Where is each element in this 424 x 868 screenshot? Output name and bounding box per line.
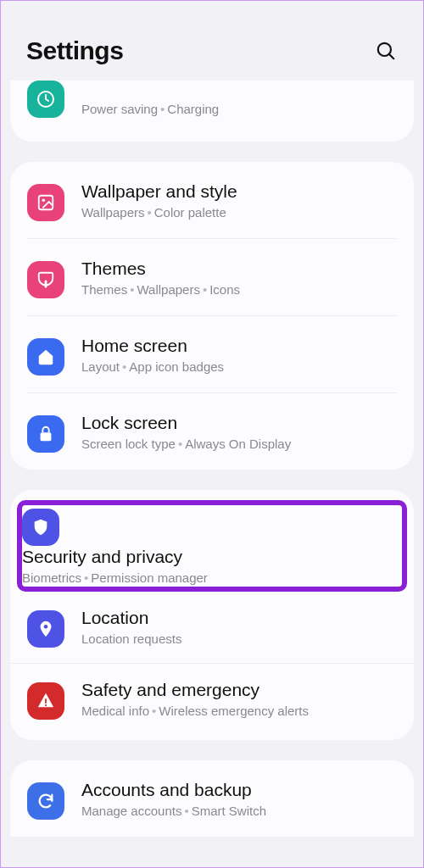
item-title: Themes	[81, 258, 397, 279]
item-title: Home screen	[81, 335, 397, 356]
settings-group-2: Security and privacy Biometrics•Permissi…	[10, 490, 414, 740]
svg-line-1	[389, 54, 393, 58]
settings-item-battery[interactable]: Power saving•Charging	[27, 81, 397, 126]
item-title: Lock screen	[81, 412, 397, 433]
pin-icon	[27, 610, 64, 648]
item-title: Security and privacy	[22, 546, 402, 567]
item-title: Accounts and backup	[81, 779, 397, 800]
item-subtitle: Manage accounts•Smart Switch	[81, 804, 397, 820]
settings-item-location[interactable]: Location Location requests	[10, 592, 414, 664]
settings-item-safety[interactable]: Safety and emergency Medical info•Wirele…	[10, 664, 414, 735]
search-icon	[375, 40, 397, 62]
svg-point-4	[42, 198, 45, 202]
sync-icon	[27, 782, 64, 820]
alert-icon	[27, 682, 64, 720]
page-header: Settings	[1, 1, 423, 84]
item-subtitle: Medical info•Wireless emergency alerts	[81, 704, 397, 720]
image-icon	[27, 184, 64, 221]
lock-icon	[27, 415, 64, 453]
settings-item-home[interactable]: Home screen Layout•App icon badges	[27, 316, 397, 393]
item-text: Power saving•Charging	[81, 98, 397, 118]
svg-point-6	[44, 625, 48, 629]
item-subtitle: Layout•App icon badges	[81, 359, 397, 376]
item-subtitle: Power saving•Charging	[81, 102, 397, 118]
search-button[interactable]	[372, 37, 399, 64]
settings-item-themes[interactable]: Themes Themes•Wallpapers•Icons	[27, 239, 397, 316]
brush-icon	[27, 261, 64, 298]
item-subtitle: Biometrics•Permission manager	[22, 570, 402, 587]
settings-group-0: Power saving•Charging	[10, 81, 414, 142]
battery-icon	[27, 81, 64, 118]
item-title: Wallpaper and style	[81, 181, 397, 202]
item-subtitle: Themes•Wallpapers•Icons	[81, 282, 397, 298]
item-title: Location	[81, 607, 397, 628]
settings-group-1: Wallpaper and style Wallpapers•Color pal…	[10, 162, 414, 470]
item-subtitle: Location requests	[81, 632, 397, 648]
item-subtitle: Screen lock type•Always On Display	[81, 437, 397, 453]
svg-rect-8	[45, 704, 47, 706]
svg-rect-7	[45, 698, 47, 704]
highlight-security: Security and privacy Biometrics•Permissi…	[17, 500, 407, 592]
item-title: Safety and emergency	[81, 679, 397, 700]
settings-item-lock[interactable]: Lock screen Screen lock type•Always On D…	[27, 393, 397, 470]
home-icon	[27, 338, 64, 376]
settings-item-accounts[interactable]: Accounts and backup Manage accounts•Smar…	[27, 760, 397, 837]
page-title: Settings	[26, 36, 123, 65]
settings-item-security[interactable]: Security and privacy Biometrics•Permissi…	[22, 509, 402, 587]
shield-icon	[22, 509, 59, 546]
item-subtitle: Wallpapers•Color palette	[81, 205, 397, 221]
settings-group-3: Accounts and backup Manage accounts•Smar…	[10, 760, 414, 837]
svg-rect-5	[41, 432, 52, 441]
settings-item-wallpaper[interactable]: Wallpaper and style Wallpapers•Color pal…	[27, 162, 397, 239]
